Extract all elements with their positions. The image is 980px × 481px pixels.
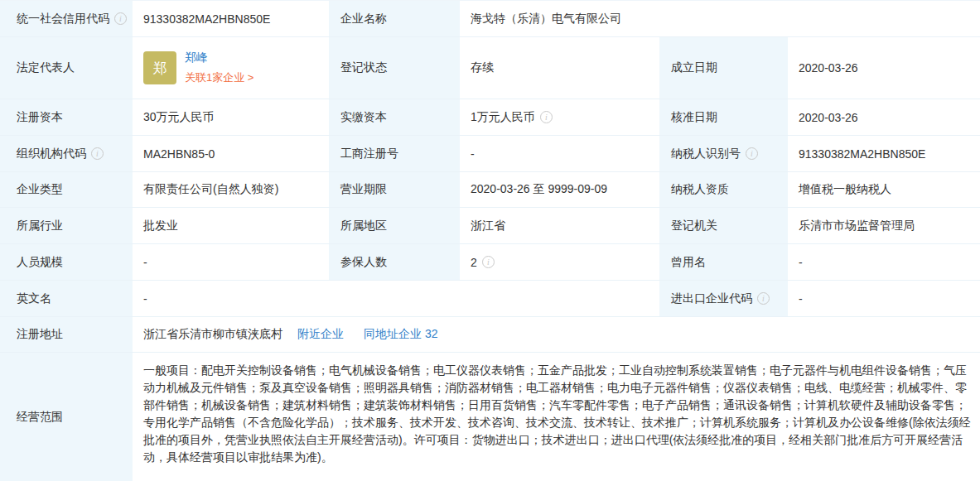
info-icon[interactable]: i	[757, 292, 770, 305]
field-value-insured-count: 2i	[461, 244, 658, 280]
field-label-text: 纳税人识别号	[671, 147, 741, 161]
field-label-taxpayer-id: 纳税人识别号i	[659, 136, 788, 171]
field-label-credit-code: 统一社会信用代码i	[0, 1, 133, 36]
field-label-staff-size: 人员规模	[0, 244, 133, 280]
field-label-import-export-code: 进出口企业代码i	[659, 281, 788, 316]
field-label-legal-rep: 法定代表人	[0, 37, 133, 99]
field-value-text: 2020-03-26 至 9999-09-09	[471, 182, 607, 197]
field-value-text: 存续	[471, 60, 494, 75]
field-value-company-type: 有限责任公司(自然人独资)	[134, 172, 327, 207]
field-label-text: 曾用名	[671, 255, 706, 270]
field-value-staff-size: -	[134, 244, 327, 280]
field-label-text: 工商注册号	[340, 147, 398, 161]
field-value-text: 91330382MA2HBN850E	[799, 147, 925, 161]
field-value-credit-code: 91330382MA2HBN850E	[134, 1, 327, 36]
field-value-text: -	[143, 292, 147, 305]
field-value-reg-address: 浙江省乐清市柳市镇浃底村 附近企业 同地址企业 32	[134, 317, 980, 352]
table-row: 法定代表人 郑 郑峰 关联1家企业 > 登记状态 存续 成立日期 2020-03…	[0, 37, 980, 99]
field-label-text: 注册资本	[17, 110, 63, 125]
field-value-biz-term: 2020-03-26 至 9999-09-09	[461, 172, 658, 207]
legal-rep-name-link[interactable]: 郑峰	[185, 51, 253, 65]
field-value-region: 浙江省	[461, 208, 658, 243]
field-label-text: 所属行业	[17, 219, 63, 233]
field-value-business-scope: 一般项目：配电开关控制设备销售；电气机械设备销售；电工仪器仪表销售；五金产品批发…	[134, 353, 980, 481]
field-label-text: 企业名称	[340, 12, 387, 26]
field-value-text: 批发业	[143, 219, 178, 233]
field-label-english-name: 英文名	[0, 281, 133, 316]
field-value-approval-date: 2020-03-26	[789, 99, 980, 135]
info-icon[interactable]: i	[114, 12, 127, 25]
field-label-reg-status: 登记状态	[329, 37, 460, 99]
field-label-reg-authority: 登记机关	[659, 208, 788, 243]
table-row: 注册资本 30万元人民币 实缴资本 1万元人民币i 核准日期 2020-03-2…	[0, 99, 980, 136]
field-value-text: -	[471, 147, 475, 161]
field-label-text: 实缴资本	[340, 110, 387, 125]
field-label-text: 经营范围	[17, 410, 63, 425]
field-label-company-name: 企业名称	[329, 1, 460, 36]
field-label-text: 纳税人资质	[671, 182, 729, 197]
field-label-text: 核准日期	[671, 110, 717, 125]
field-label-text: 参保人数	[340, 255, 387, 270]
field-label-reg-capital: 注册资本	[0, 99, 133, 135]
field-value-establish-date: 2020-03-26	[789, 37, 980, 99]
field-value-text: 海戈特（乐清）电气有限公司	[471, 12, 621, 26]
table-row: 统一社会信用代码i 91330382MA2HBN850E 企业名称 海戈特（乐清…	[0, 1, 980, 37]
legal-rep-avatar[interactable]: 郑	[143, 51, 176, 84]
info-icon[interactable]: i	[746, 147, 758, 160]
nearby-companies-link[interactable]: 附近企业	[297, 327, 344, 342]
field-value-reg-authority: 乐清市市场监督管理局	[789, 208, 980, 243]
business-scope-text: 一般项目：配电开关控制设备销售；电气机械设备销售；电工仪器仪表销售；五金产品批发…	[143, 362, 973, 466]
field-label-text: 注册地址	[17, 327, 63, 342]
field-label-text: 营业期限	[340, 182, 387, 197]
table-row: 组织机构代码i MA2HBN85-0 工商注册号 - 纳税人识别号i 91330…	[0, 136, 980, 172]
field-label-biz-term: 营业期限	[329, 172, 460, 207]
table-row: 经营范围 一般项目：配电开关控制设备销售；电气机械设备销售；电工仪器仪表销售；五…	[0, 353, 980, 481]
field-value-former-name: -	[789, 244, 980, 280]
table-row: 英文名 - 进出口企业代码i -	[0, 281, 980, 317]
field-label-text: 成立日期	[671, 60, 717, 75]
field-label-taxpayer-quality: 纳税人资质	[659, 172, 788, 207]
field-value-text: 乐清市市场监督管理局	[799, 219, 915, 233]
field-value-text: 增值税一般纳税人	[799, 182, 891, 197]
field-label-text: 统一社会信用代码	[17, 12, 109, 26]
info-icon[interactable]: i	[91, 147, 104, 160]
field-label-text: 人员规模	[17, 255, 63, 270]
field-label-business-scope: 经营范围	[0, 353, 133, 481]
field-label-company-type: 企业类型	[0, 172, 133, 207]
field-value-industry: 批发业	[134, 208, 327, 243]
field-label-reg-address: 注册地址	[0, 317, 133, 352]
related-companies-link[interactable]: 关联1家企业 >	[185, 70, 253, 85]
same-address-companies-link[interactable]: 同地址企业 32	[364, 327, 437, 342]
field-value-text: -	[799, 292, 803, 305]
field-label-text: 登记状态	[340, 60, 387, 75]
info-icon[interactable]: i	[482, 256, 495, 268]
field-label-establish-date: 成立日期	[659, 37, 788, 99]
table-row: 所属行业 批发业 所属地区 浙江省 登记机关 乐清市市场监督管理局	[0, 208, 980, 244]
field-value-text: MA2HBN85-0	[143, 147, 215, 161]
field-label-paid-capital: 实缴资本	[329, 99, 460, 135]
field-value-legal-rep: 郑 郑峰 关联1家企业 >	[134, 37, 327, 99]
field-label-text: 所属地区	[340, 219, 387, 233]
field-value-import-export-code: -	[789, 281, 980, 316]
field-label-text: 进出口企业代码	[671, 291, 752, 306]
field-value-text: 有限责任公司(自然人独资)	[143, 182, 278, 197]
field-label-region: 所属地区	[329, 208, 460, 243]
field-value-text: 30万元人民币	[143, 110, 215, 125]
field-label-insured-count: 参保人数	[329, 244, 460, 280]
field-label-industry: 所属行业	[0, 208, 133, 243]
field-label-text: 登记机关	[671, 219, 717, 233]
field-value-org-code: MA2HBN85-0	[134, 136, 327, 171]
field-label-text: 英文名	[17, 291, 51, 306]
table-row: 人员规模 - 参保人数 2i 曾用名 -	[0, 244, 980, 281]
field-value-biz-reg-no: -	[461, 136, 658, 171]
info-icon[interactable]: i	[540, 111, 553, 123]
field-label-text: 企业类型	[17, 182, 63, 197]
table-row: 企业类型 有限责任公司(自然人独资) 营业期限 2020-03-26 至 999…	[0, 172, 980, 208]
field-value-text: 浙江省	[471, 219, 505, 233]
field-value-reg-capital: 30万元人民币	[134, 99, 327, 135]
field-value-taxpayer-id: 91330382MA2HBN850E	[789, 136, 980, 171]
field-value-english-name: -	[134, 281, 658, 316]
field-label-org-code: 组织机构代码i	[0, 136, 133, 171]
field-label-approval-date: 核准日期	[659, 99, 788, 135]
table-row: 注册地址 浙江省乐清市柳市镇浃底村 附近企业 同地址企业 32	[0, 317, 980, 353]
